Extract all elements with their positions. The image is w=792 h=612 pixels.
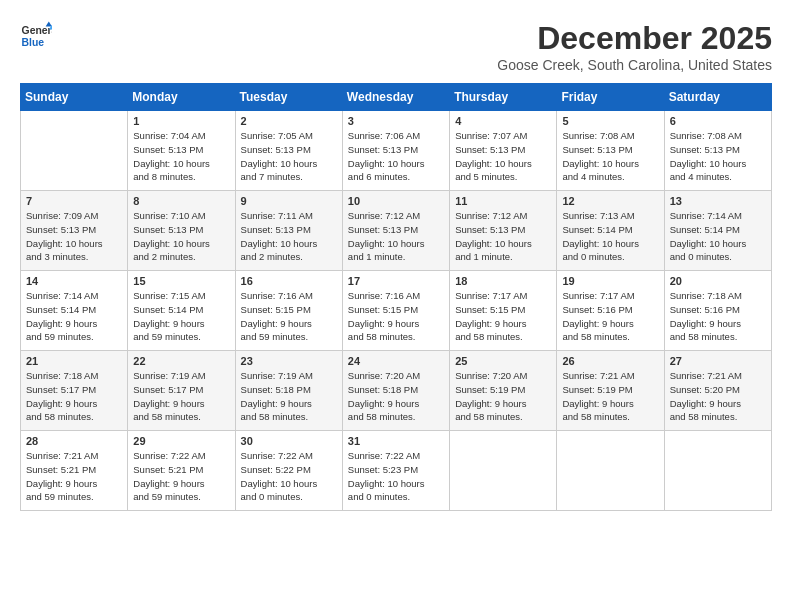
calendar-cell: 29Sunrise: 7:22 AM Sunset: 5:21 PM Dayli… <box>128 431 235 511</box>
svg-text:General: General <box>22 25 52 36</box>
calendar-cell: 25Sunrise: 7:20 AM Sunset: 5:19 PM Dayli… <box>450 351 557 431</box>
day-number: 4 <box>455 115 551 127</box>
day-info: Sunrise: 7:22 AM Sunset: 5:22 PM Dayligh… <box>241 449 337 504</box>
calendar-cell: 15Sunrise: 7:15 AM Sunset: 5:14 PM Dayli… <box>128 271 235 351</box>
calendar-cell: 5Sunrise: 7:08 AM Sunset: 5:13 PM Daylig… <box>557 111 664 191</box>
calendar-week-row: 7Sunrise: 7:09 AM Sunset: 5:13 PM Daylig… <box>21 191 772 271</box>
logo: General Blue <box>20 20 52 52</box>
day-number: 3 <box>348 115 444 127</box>
weekday-header-row: SundayMondayTuesdayWednesdayThursdayFrid… <box>21 84 772 111</box>
calendar-cell: 26Sunrise: 7:21 AM Sunset: 5:19 PM Dayli… <box>557 351 664 431</box>
weekday-header-monday: Monday <box>128 84 235 111</box>
calendar-week-row: 14Sunrise: 7:14 AM Sunset: 5:14 PM Dayli… <box>21 271 772 351</box>
calendar-cell <box>557 431 664 511</box>
calendar-cell: 10Sunrise: 7:12 AM Sunset: 5:13 PM Dayli… <box>342 191 449 271</box>
calendar-week-row: 28Sunrise: 7:21 AM Sunset: 5:21 PM Dayli… <box>21 431 772 511</box>
day-info: Sunrise: 7:21 AM Sunset: 5:20 PM Dayligh… <box>670 369 766 424</box>
day-info: Sunrise: 7:22 AM Sunset: 5:21 PM Dayligh… <box>133 449 229 504</box>
day-number: 11 <box>455 195 551 207</box>
day-number: 7 <box>26 195 122 207</box>
day-info: Sunrise: 7:05 AM Sunset: 5:13 PM Dayligh… <box>241 129 337 184</box>
day-info: Sunrise: 7:16 AM Sunset: 5:15 PM Dayligh… <box>241 289 337 344</box>
day-number: 30 <box>241 435 337 447</box>
day-info: Sunrise: 7:12 AM Sunset: 5:13 PM Dayligh… <box>348 209 444 264</box>
day-number: 9 <box>241 195 337 207</box>
day-info: Sunrise: 7:13 AM Sunset: 5:14 PM Dayligh… <box>562 209 658 264</box>
calendar-week-row: 1Sunrise: 7:04 AM Sunset: 5:13 PM Daylig… <box>21 111 772 191</box>
day-number: 13 <box>670 195 766 207</box>
day-info: Sunrise: 7:19 AM Sunset: 5:18 PM Dayligh… <box>241 369 337 424</box>
day-info: Sunrise: 7:10 AM Sunset: 5:13 PM Dayligh… <box>133 209 229 264</box>
day-number: 21 <box>26 355 122 367</box>
day-number: 27 <box>670 355 766 367</box>
day-info: Sunrise: 7:18 AM Sunset: 5:16 PM Dayligh… <box>670 289 766 344</box>
calendar-cell: 11Sunrise: 7:12 AM Sunset: 5:13 PM Dayli… <box>450 191 557 271</box>
day-info: Sunrise: 7:22 AM Sunset: 5:23 PM Dayligh… <box>348 449 444 504</box>
day-number: 14 <box>26 275 122 287</box>
calendar-cell: 31Sunrise: 7:22 AM Sunset: 5:23 PM Dayli… <box>342 431 449 511</box>
day-info: Sunrise: 7:21 AM Sunset: 5:21 PM Dayligh… <box>26 449 122 504</box>
calendar-cell: 23Sunrise: 7:19 AM Sunset: 5:18 PM Dayli… <box>235 351 342 431</box>
day-info: Sunrise: 7:06 AM Sunset: 5:13 PM Dayligh… <box>348 129 444 184</box>
calendar-cell: 20Sunrise: 7:18 AM Sunset: 5:16 PM Dayli… <box>664 271 771 351</box>
calendar-cell: 7Sunrise: 7:09 AM Sunset: 5:13 PM Daylig… <box>21 191 128 271</box>
day-number: 8 <box>133 195 229 207</box>
day-info: Sunrise: 7:17 AM Sunset: 5:15 PM Dayligh… <box>455 289 551 344</box>
month-title: December 2025 <box>497 20 772 57</box>
day-number: 28 <box>26 435 122 447</box>
calendar-cell: 13Sunrise: 7:14 AM Sunset: 5:14 PM Dayli… <box>664 191 771 271</box>
svg-text:Blue: Blue <box>22 37 45 48</box>
weekday-header-wednesday: Wednesday <box>342 84 449 111</box>
day-number: 22 <box>133 355 229 367</box>
calendar-cell: 22Sunrise: 7:19 AM Sunset: 5:17 PM Dayli… <box>128 351 235 431</box>
calendar-cell: 30Sunrise: 7:22 AM Sunset: 5:22 PM Dayli… <box>235 431 342 511</box>
calendar-cell <box>450 431 557 511</box>
calendar-cell: 4Sunrise: 7:07 AM Sunset: 5:13 PM Daylig… <box>450 111 557 191</box>
day-number: 29 <box>133 435 229 447</box>
day-info: Sunrise: 7:19 AM Sunset: 5:17 PM Dayligh… <box>133 369 229 424</box>
day-number: 24 <box>348 355 444 367</box>
calendar-cell: 17Sunrise: 7:16 AM Sunset: 5:15 PM Dayli… <box>342 271 449 351</box>
day-info: Sunrise: 7:18 AM Sunset: 5:17 PM Dayligh… <box>26 369 122 424</box>
day-number: 10 <box>348 195 444 207</box>
calendar-cell: 3Sunrise: 7:06 AM Sunset: 5:13 PM Daylig… <box>342 111 449 191</box>
title-section: December 2025 Goose Creek, South Carolin… <box>497 20 772 73</box>
day-info: Sunrise: 7:21 AM Sunset: 5:19 PM Dayligh… <box>562 369 658 424</box>
calendar-cell: 21Sunrise: 7:18 AM Sunset: 5:17 PM Dayli… <box>21 351 128 431</box>
location-subtitle: Goose Creek, South Carolina, United Stat… <box>497 57 772 73</box>
day-info: Sunrise: 7:20 AM Sunset: 5:19 PM Dayligh… <box>455 369 551 424</box>
day-number: 6 <box>670 115 766 127</box>
day-info: Sunrise: 7:12 AM Sunset: 5:13 PM Dayligh… <box>455 209 551 264</box>
calendar-cell <box>21 111 128 191</box>
calendar-cell: 28Sunrise: 7:21 AM Sunset: 5:21 PM Dayli… <box>21 431 128 511</box>
day-info: Sunrise: 7:07 AM Sunset: 5:13 PM Dayligh… <box>455 129 551 184</box>
day-number: 15 <box>133 275 229 287</box>
day-number: 19 <box>562 275 658 287</box>
calendar-cell: 18Sunrise: 7:17 AM Sunset: 5:15 PM Dayli… <box>450 271 557 351</box>
day-number: 12 <box>562 195 658 207</box>
calendar-cell: 2Sunrise: 7:05 AM Sunset: 5:13 PM Daylig… <box>235 111 342 191</box>
day-number: 26 <box>562 355 658 367</box>
weekday-header-sunday: Sunday <box>21 84 128 111</box>
day-info: Sunrise: 7:14 AM Sunset: 5:14 PM Dayligh… <box>26 289 122 344</box>
weekday-header-thursday: Thursday <box>450 84 557 111</box>
day-number: 16 <box>241 275 337 287</box>
day-info: Sunrise: 7:11 AM Sunset: 5:13 PM Dayligh… <box>241 209 337 264</box>
day-number: 25 <box>455 355 551 367</box>
calendar-cell: 14Sunrise: 7:14 AM Sunset: 5:14 PM Dayli… <box>21 271 128 351</box>
day-number: 20 <box>670 275 766 287</box>
calendar-cell: 19Sunrise: 7:17 AM Sunset: 5:16 PM Dayli… <box>557 271 664 351</box>
day-info: Sunrise: 7:08 AM Sunset: 5:13 PM Dayligh… <box>562 129 658 184</box>
day-number: 23 <box>241 355 337 367</box>
calendar-cell: 1Sunrise: 7:04 AM Sunset: 5:13 PM Daylig… <box>128 111 235 191</box>
day-info: Sunrise: 7:14 AM Sunset: 5:14 PM Dayligh… <box>670 209 766 264</box>
weekday-header-saturday: Saturday <box>664 84 771 111</box>
calendar-cell: 9Sunrise: 7:11 AM Sunset: 5:13 PM Daylig… <box>235 191 342 271</box>
page-header: General Blue December 2025 Goose Creek, … <box>20 20 772 73</box>
calendar-cell: 27Sunrise: 7:21 AM Sunset: 5:20 PM Dayli… <box>664 351 771 431</box>
day-info: Sunrise: 7:20 AM Sunset: 5:18 PM Dayligh… <box>348 369 444 424</box>
day-number: 5 <box>562 115 658 127</box>
day-info: Sunrise: 7:17 AM Sunset: 5:16 PM Dayligh… <box>562 289 658 344</box>
day-number: 18 <box>455 275 551 287</box>
calendar-cell: 16Sunrise: 7:16 AM Sunset: 5:15 PM Dayli… <box>235 271 342 351</box>
